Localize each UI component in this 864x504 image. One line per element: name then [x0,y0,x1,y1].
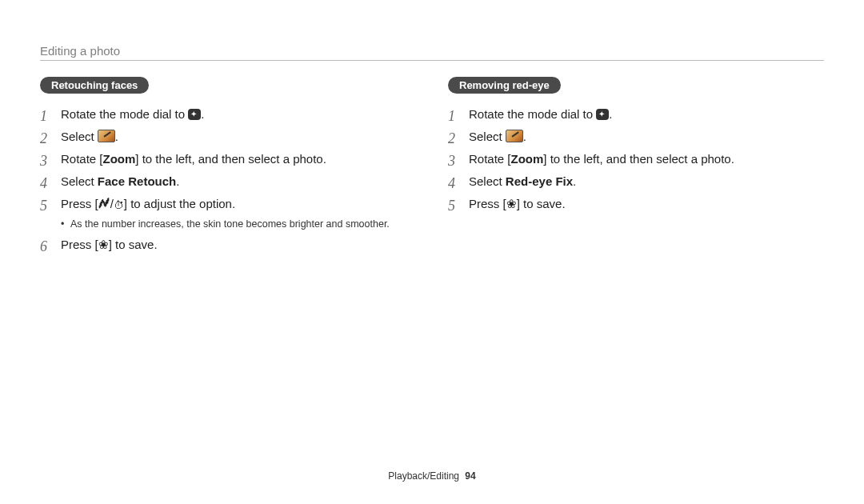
flower-icon: ❀ [506,197,517,210]
step-text: ] to adjust the option. [124,197,235,210]
step-4: Select Face Retouch. [40,172,416,191]
step-2: Select . [448,127,824,146]
step-6: Press [❀] to save. [40,235,416,254]
manual-page: Editing a photo Retouching faces Rotate … [0,0,864,258]
step-text: . [201,107,204,121]
step-text: . [115,130,118,143]
step-text: . [573,174,576,188]
step-text: Rotate [ [61,152,103,166]
step-5: Press [❀] to save. [448,194,824,214]
step-text: Select [469,174,506,188]
footer-section: Playback/Editing [388,470,459,482]
step-text: Press [ [61,197,98,210]
steps-retouching: Rotate the mode dial to . Select . Rotat… [40,105,416,254]
step-text: ] to save. [109,238,158,251]
step-text: ] to save. [517,197,566,210]
step-text: Press [ [469,197,506,210]
column-removing-red-eye: Removing red-eye Rotate the mode dial to… [448,77,824,258]
heading-removing-red-eye: Removing red-eye [448,77,561,94]
step-3: Rotate [Zoom] to the left, and then sele… [448,150,824,169]
red-eye-fix-label: Red-eye Fix [506,174,573,188]
step-text: . [609,107,612,121]
step-4: Select Red-eye Fix. [448,172,824,191]
step-text: Rotate [ [469,152,511,166]
mode-dial-icon [596,109,609,120]
divider [40,60,824,61]
step-text: Select [61,130,98,143]
step-5-note: As the number increases, the skin tone b… [61,216,416,232]
step-text: Press [ [61,238,98,251]
page-footer: Playback/Editing 94 [0,470,864,482]
brush-icon [98,130,115,142]
step-1: Rotate the mode dial to . [40,105,416,124]
timer-icon: ⏱ [114,198,124,214]
mode-dial-icon [188,109,201,120]
face-retouch-label: Face Retouch [98,174,176,188]
content-columns: Retouching faces Rotate the mode dial to… [40,77,824,258]
step-text: . [523,130,526,143]
step-2: Select . [40,127,416,146]
flower-icon: ❀ [98,238,109,251]
column-retouching-faces: Retouching faces Rotate the mode dial to… [40,77,416,258]
step-text: Rotate the mode dial to [61,107,188,121]
brush-icon [506,130,523,142]
step-text: ] to the left, and then select a photo. [543,152,734,166]
heading-retouching-faces: Retouching faces [40,77,149,94]
steps-red-eye: Rotate the mode dial to . Select . Rotat… [448,105,824,214]
note-text: As the number increases, the skin tone b… [61,216,416,232]
step-1: Rotate the mode dial to . [448,105,824,124]
step-text: ] to the left, and then select a photo. [135,152,326,166]
step-text: Select [469,130,506,143]
step-3: Rotate [Zoom] to the left, and then sele… [40,150,416,169]
step-text: . [176,174,179,188]
zoom-label: Zoom [511,152,544,166]
step-5: Press [🗲/⏱] to adjust the option. As the… [40,194,416,232]
flash-icon: 🗲 [98,197,110,210]
zoom-label: Zoom [103,152,136,166]
step-text: Select [61,174,98,188]
step-text: Rotate the mode dial to [469,107,596,121]
page-number: 94 [465,470,475,482]
page-title: Editing a photo [40,44,824,58]
